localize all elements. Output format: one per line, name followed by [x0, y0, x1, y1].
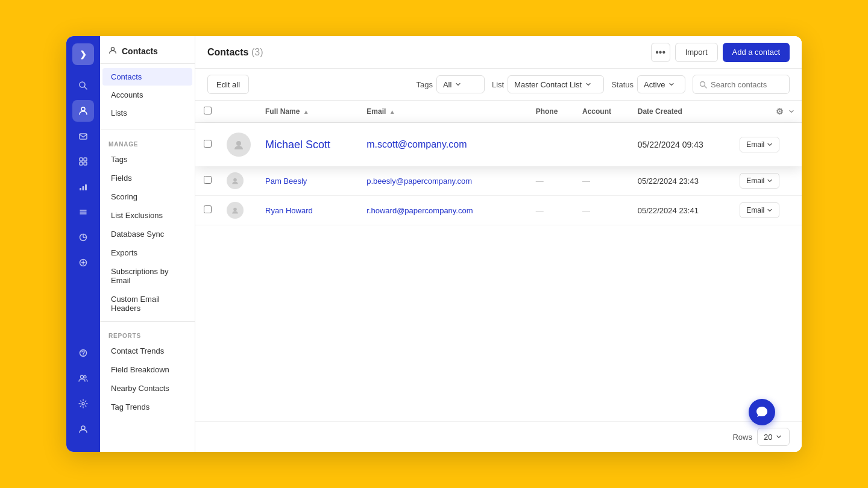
column-chevron-icon[interactable] — [788, 108, 794, 114]
nav-header-icon — [108, 46, 117, 56]
avatar-cell — [219, 196, 258, 225]
th-avatar — [219, 101, 258, 123]
sidebar-item-tags[interactable]: Tags — [102, 151, 192, 168]
nav-divider-1 — [100, 130, 195, 130]
search-box[interactable] — [693, 75, 790, 94]
th-phone: Phone — [529, 101, 575, 123]
svg-point-19 — [83, 355, 83, 355]
row-checkbox[interactable] — [204, 140, 212, 148]
nav-header-title: Contacts — [122, 46, 158, 56]
list-nav-icon[interactable] — [72, 201, 94, 223]
th-email[interactable]: Email ▲ — [359, 101, 528, 123]
table-row: Pam Beesly p.beesly@papercompany.com — —… — [195, 166, 802, 196]
list-select[interactable]: Master Contact List — [508, 75, 604, 93]
status-select[interactable]: Active — [637, 75, 685, 93]
row-checkbox[interactable] — [204, 176, 212, 184]
svg-point-28 — [233, 178, 237, 182]
sidebar-item-nearby-contacts[interactable]: Nearby Contacts — [102, 380, 192, 397]
header-actions: ••• Import Add a contact — [651, 43, 790, 62]
svg-point-24 — [111, 48, 114, 51]
contacts-nav-icon[interactable] — [72, 100, 94, 122]
phone-cell: — — [529, 166, 575, 196]
column-settings-icon[interactable]: ⚙ — [776, 107, 784, 116]
svg-point-29 — [233, 208, 237, 211]
svg-line-26 — [705, 86, 706, 88]
dashboard-nav-icon[interactable] — [72, 151, 94, 172]
contact-name-link[interactable]: Pam Beesly — [265, 177, 307, 186]
sidebar-item-list-exclusions[interactable]: List Exclusions — [102, 207, 192, 224]
checkbox-cell — [195, 123, 219, 167]
search-input[interactable] — [711, 80, 783, 89]
sidebar-item-contact-trends[interactable]: Contact Trends — [102, 342, 192, 360]
contact-name-link[interactable]: Michael Scott — [265, 139, 330, 151]
contact-name-link[interactable]: Ryan Howard — [265, 206, 313, 215]
contact-avatar — [227, 172, 244, 189]
reports-nav-icon[interactable] — [72, 176, 94, 198]
contacts-table: Full Name ▲ Email ▲ Phone Account Date C… — [195, 101, 802, 225]
sidebar-item-field-breakdown[interactable]: Field Breakdown — [102, 361, 192, 378]
svg-point-22 — [82, 402, 84, 405]
svg-rect-7 — [84, 162, 87, 165]
th-full-name[interactable]: Full Name ▲ — [258, 101, 359, 123]
sidebar-item-accounts[interactable]: Accounts — [102, 86, 192, 104]
subscription-button[interactable]: Email — [740, 202, 779, 218]
search-icon[interactable] — [72, 75, 94, 96]
svg-rect-6 — [80, 162, 83, 165]
contact-avatar — [227, 202, 244, 219]
import-button[interactable]: Import — [675, 43, 718, 62]
sidebar-item-contacts[interactable]: Contacts — [102, 68, 192, 86]
subscription-cell: Email — [732, 196, 802, 225]
sidebar-item-lists[interactable]: Lists — [102, 104, 192, 122]
edit-all-button[interactable]: Edit all — [207, 75, 249, 94]
contact-email-link[interactable]: r.howard@papercompany.com — [366, 206, 473, 215]
settings-icon[interactable] — [72, 393, 94, 414]
th-checkbox — [195, 101, 219, 123]
row-checkbox[interactable] — [204, 205, 212, 213]
contact-avatar — [227, 133, 251, 157]
contact-email-link[interactable]: m.scott@company.com — [366, 139, 467, 149]
app-logo-icon[interactable]: ❯ — [72, 43, 94, 65]
name-cell: Michael Scott — [258, 123, 359, 167]
contact-email-link[interactable]: p.beesly@papercompany.com — [366, 177, 472, 186]
subscription-button[interactable]: Email — [740, 173, 779, 189]
checkbox-cell — [195, 196, 219, 225]
rows-per-page-select[interactable]: 20 — [757, 428, 790, 446]
email-cell: r.howard@papercompany.com — [359, 196, 528, 225]
add-contact-button[interactable]: Add a contact — [723, 43, 790, 62]
icon-sidebar: ❯ — [66, 36, 100, 452]
main-header: Contacts (3) ••• Import Add a contact — [195, 36, 802, 69]
sidebar-item-tag-trends[interactable]: Tag Trends — [102, 398, 192, 416]
tags-filter-group: Tags All — [416, 75, 484, 93]
email-nav-icon[interactable] — [72, 125, 94, 147]
manage-section-label: MANAGE — [100, 134, 195, 150]
more-options-button[interactable]: ••• — [651, 43, 670, 62]
account-cell: — — [575, 166, 631, 196]
full-name-sort-icon: ▲ — [303, 108, 309, 115]
nav-sidebar: Contacts Contacts Accounts Lists MANAGE … — [100, 36, 195, 452]
sidebar-item-custom-email-headers[interactable]: Custom Email Headers — [102, 290, 192, 317]
chat-button[interactable] — [749, 399, 775, 425]
svg-rect-8 — [80, 188, 81, 190]
svg-rect-3 — [80, 134, 87, 139]
subscription-button[interactable]: Email — [740, 137, 779, 152]
status-label: Status — [611, 80, 634, 89]
tags-label: Tags — [416, 80, 432, 89]
help-icon[interactable] — [72, 342, 94, 364]
tags-select[interactable]: All — [436, 75, 485, 93]
avatar-cell — [219, 166, 258, 196]
svg-rect-4 — [80, 158, 83, 161]
sidebar-item-fields[interactable]: Fields — [102, 169, 192, 187]
team-icon[interactable] — [72, 368, 94, 389]
user-profile-icon[interactable] — [72, 418, 94, 440]
status-filter-group: Status Active — [611, 75, 685, 93]
add-nav-icon[interactable] — [72, 252, 94, 274]
search-icon — [699, 81, 707, 89]
sidebar-item-exports[interactable]: Exports — [102, 244, 192, 261]
svg-point-21 — [84, 376, 86, 378]
select-all-checkbox[interactable] — [204, 107, 212, 114]
sidebar-item-database-sync[interactable]: Database Sync — [102, 225, 192, 243]
analytics-nav-icon[interactable] — [72, 227, 94, 248]
sidebar-item-subscriptions[interactable]: Subscriptions by Email — [102, 263, 192, 289]
sidebar-item-scoring[interactable]: Scoring — [102, 188, 192, 205]
main-content: Contacts (3) ••• Import Add a contact Ed… — [195, 36, 802, 452]
